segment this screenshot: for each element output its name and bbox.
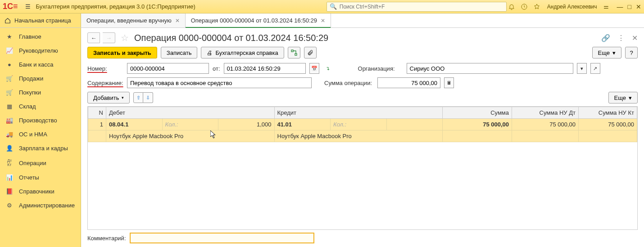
calc-icon[interactable]: 🖩	[444, 77, 454, 88]
cell-credit-name[interactable]: Ноутбук Apple Macbook Pro	[274, 130, 443, 142]
org-input[interactable]	[407, 63, 573, 74]
search-icon: 🔍	[330, 3, 337, 10]
sidebar-item-salary[interactable]: 👤Зарплата и кадры	[0, 141, 81, 155]
factory-icon: 🏭	[5, 117, 14, 124]
tabbar: Начальная страница Операции, введенные в…	[0, 13, 644, 28]
cell-empty	[579, 130, 637, 142]
sidebar-item-label: Банк и касса	[19, 61, 54, 68]
sidebar-item-refs[interactable]: 📕Справочники	[0, 184, 81, 198]
button-label: Добавить	[93, 94, 119, 101]
person-icon: 👤	[5, 145, 14, 152]
bell-icon[interactable]	[508, 3, 518, 10]
favorite-star-icon[interactable]: ☆	[121, 32, 129, 43]
app-logo: 1C≡	[3, 2, 18, 11]
cell-credit-qty[interactable]	[386, 119, 443, 130]
dt-kt-icon: ДтКт	[5, 159, 14, 167]
settings-lines-icon[interactable]: ⚌	[601, 3, 611, 10]
kebab-icon[interactable]: ⋮	[617, 34, 625, 42]
sidebar-item-label: Производство	[19, 117, 57, 124]
open-icon[interactable]: ↗	[590, 63, 600, 74]
cell-credit-acc[interactable]: 41.01	[274, 119, 331, 130]
sidebar-item-manager[interactable]: 📈Руководителю	[0, 44, 81, 58]
sidebar-item-reports[interactable]: 📊Отчеты	[0, 171, 81, 184]
cell-nu-kt[interactable]: 75 000,00	[579, 119, 637, 130]
cell-nu-dt[interactable]: 75 000,00	[512, 119, 579, 130]
nav-back-button[interactable]: ←	[87, 32, 100, 43]
comment-input[interactable]	[130, 233, 314, 243]
col-nu-dt: Сумма НУ Дт	[512, 107, 579, 119]
tab-close-icon[interactable]: ✕	[321, 18, 325, 24]
sidebar-item-operations[interactable]: ДтКтОперации	[0, 155, 81, 171]
move-up-button[interactable]: ⇧	[133, 92, 143, 103]
date-input[interactable]	[224, 63, 306, 74]
truck-icon: 🚚	[5, 131, 14, 138]
close-doc-icon[interactable]: ✕	[632, 34, 638, 42]
tab-close-icon[interactable]: ✕	[175, 18, 180, 24]
sidebar-item-main[interactable]: ★Главное	[0, 30, 81, 44]
history-icon[interactable]	[521, 3, 531, 10]
save-button[interactable]: Записать	[161, 47, 198, 58]
close-window-button[interactable]: ✕	[636, 3, 641, 10]
doc-title: Операция 0000-000004 от 01.03.2024 16:50…	[134, 33, 328, 43]
content-input[interactable]	[127, 77, 312, 88]
calendar-icon[interactable]: 📅	[309, 63, 319, 74]
accounting-report-button[interactable]: 🖨 Бухгалтерская справка	[201, 47, 284, 58]
user-name[interactable]: Андрей Алексеевич	[547, 4, 597, 10]
cell-n: 1	[88, 119, 106, 130]
org-label: Организация:	[358, 65, 403, 72]
number-input[interactable]	[127, 63, 209, 74]
search-box[interactable]: 🔍	[327, 2, 507, 12]
sidebar-item-label: Руководителю	[19, 47, 58, 54]
relations-button[interactable]	[288, 47, 300, 58]
entries-table[interactable]: N Дебет Кредит Сумма Сумма НУ Дт Сумма Н…	[87, 106, 638, 230]
link-icon[interactable]: 🔗	[601, 34, 610, 42]
cell-qty-label: Кол.:	[162, 119, 218, 130]
book-icon: 📕	[5, 188, 14, 195]
cell-debit-name[interactable]: Ноутбук Apple Macbook Pro	[106, 130, 275, 142]
sidebar-item-assets[interactable]: 🚚ОС и НМА	[0, 127, 81, 141]
table-row[interactable]: 1 08.04.1 Кол.: 1,000 41.01 Кол.: 75 000…	[88, 119, 637, 130]
cell-debit-acc[interactable]: 08.04.1	[106, 119, 163, 130]
table-row[interactable]: Ноутбук Apple Macbook Pro Ноутбук Apple …	[88, 130, 637, 142]
sidebar-item-admin[interactable]: ⚙Администрирование	[0, 198, 81, 212]
sum-input[interactable]	[377, 77, 440, 88]
search-input[interactable]	[339, 3, 503, 10]
table-more-button[interactable]: Еще ▾	[608, 92, 638, 103]
sidebar-item-sales[interactable]: 🛒Продажи	[0, 72, 81, 85]
sidebar-item-production[interactable]: 🏭Производство	[0, 113, 81, 127]
gear-icon: ⚙	[5, 202, 14, 209]
sidebar-item-purchases[interactable]: 🛒Покупки	[0, 85, 81, 99]
sidebar-item-label: Главное	[19, 33, 41, 40]
sidebar-item-label: Администрирование	[19, 202, 75, 209]
minimize-button[interactable]: —	[617, 3, 623, 10]
sidebar-item-label: Склад	[19, 103, 36, 110]
menu-icon[interactable]: ☰	[25, 3, 31, 10]
help-button[interactable]: ?	[625, 47, 638, 58]
sidebar-item-warehouse[interactable]: ▦Склад	[0, 99, 81, 113]
sidebar-item-bank[interactable]: ●Банк и касса	[0, 58, 81, 72]
save-close-button[interactable]: Записать и закрыть	[87, 47, 157, 58]
home-tab[interactable]: Начальная страница	[0, 13, 81, 27]
titlebar: 1C≡ ☰ Бухгалтерия предприятия, редакция …	[0, 0, 644, 13]
home-tab-label: Начальная страница	[14, 17, 71, 24]
cell-qty-label: Кол.:	[331, 119, 387, 130]
star-icon[interactable]	[533, 3, 543, 10]
attach-button[interactable]	[304, 47, 317, 58]
cell-debit-qty[interactable]: 1,000	[218, 119, 275, 130]
button-label: Еще	[614, 94, 626, 101]
post-icon[interactable]: ↴	[323, 63, 333, 74]
maximize-button[interactable]: □	[628, 3, 631, 10]
nav-forward-button[interactable]: →	[103, 32, 115, 43]
move-down-button[interactable]: ⇩	[143, 92, 153, 103]
tab-operations-list[interactable]: Операции, введенные вручную ✕	[81, 13, 186, 27]
chevron-down-icon: ▾	[612, 49, 616, 56]
tab-operation-doc[interactable]: Операция 0000-000004 от 01.03.2024 16:50…	[186, 13, 331, 27]
add-row-button[interactable]: Добавить ▾	[87, 92, 130, 103]
chart-icon: 📈	[5, 47, 14, 54]
star-icon: ★	[5, 33, 14, 40]
sidebar-item-label: Справочники	[19, 188, 54, 195]
more-button[interactable]: Еще ▾	[592, 47, 621, 58]
button-label: Еще	[598, 49, 610, 56]
dropdown-icon[interactable]: ▾	[577, 63, 587, 74]
cell-sum[interactable]: 75 000,00	[443, 119, 512, 130]
